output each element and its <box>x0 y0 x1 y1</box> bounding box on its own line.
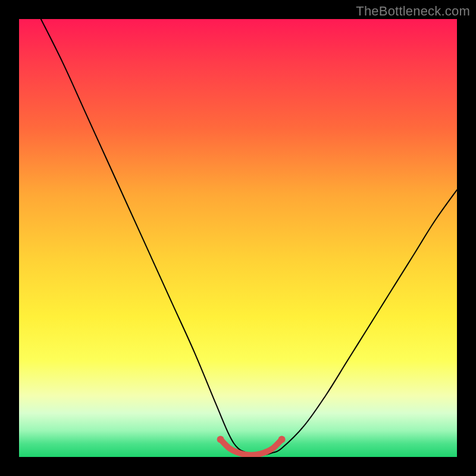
curve-svg <box>19 19 457 457</box>
chart-frame: TheBottleneck.com <box>0 0 476 476</box>
bottleneck-curve-path <box>41 19 457 455</box>
watermark-text: TheBottleneck.com <box>356 4 470 19</box>
valley-dot-right <box>278 436 286 443</box>
plot-area <box>19 19 457 457</box>
valley-dot-left <box>217 436 224 443</box>
